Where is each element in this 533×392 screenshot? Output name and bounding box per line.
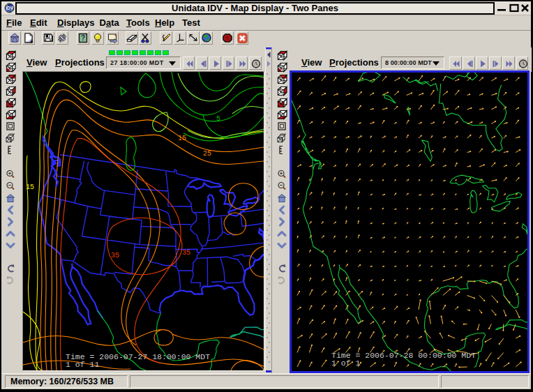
svg-text:15: 15 [26,183,34,191]
svg-text:IDV: IDV [6,6,14,10]
svg-text:1 of 1: 1 of 1 [331,359,361,368]
svg-text:35: 35 [182,249,190,257]
svg-text:1 of 11: 1 of 11 [66,360,99,369]
svg-text:15: 15 [178,135,186,142]
svg-text:35: 35 [111,252,119,259]
svg-text:25: 25 [203,150,211,158]
svg-text:?: ? [81,34,85,42]
svg-text:5: 5 [216,115,220,123]
